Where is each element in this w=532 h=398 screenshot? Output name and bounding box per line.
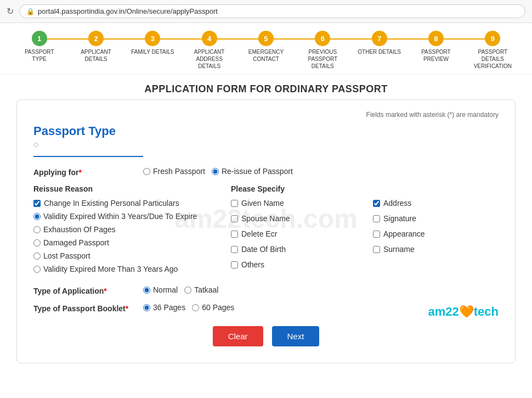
- step-circle-6: 6: [315, 31, 330, 46]
- type-of-application-label: Type of Application*: [33, 285, 143, 295]
- tatkaal-option[interactable]: Tatkaal: [184, 285, 218, 294]
- step-label-9: PASSPORT DETAILS VERIFICATION: [471, 48, 514, 70]
- step-2[interactable]: 2 APPLICANT DETAILS: [67, 31, 124, 63]
- button-row: Clear Next: [33, 326, 499, 346]
- 60-pages-option[interactable]: 60 Pages: [192, 303, 234, 312]
- specify-delete-ecr-checkbox[interactable]: [231, 231, 238, 238]
- 60-pages-radio[interactable]: [192, 304, 199, 311]
- step-4[interactable]: 4 APPLICANT ADDRESS DETAILS: [181, 31, 237, 70]
- step-label-7: OTHER DETAILS: [358, 48, 401, 55]
- type-of-booklet-row: Type of Passport Booklet* 36 Pages 60 Pa…: [33, 303, 499, 313]
- reason-validity-3[interactable]: Validity Expired Within 3 Years/Due To E…: [33, 212, 209, 221]
- specify-others-checkbox[interactable]: [231, 261, 238, 268]
- step-label-5: EMERGENCY CONTACT: [244, 48, 288, 63]
- reason-validity-expired-radio[interactable]: [33, 266, 41, 273]
- type-of-booklet-options: 36 Pages 60 Pages: [143, 303, 234, 312]
- form-title: APPLICATION FORM FOR ORDINARY PASSPORT: [0, 75, 532, 99]
- mandatory-note: Fields marked with asterisk (*) are mand…: [33, 111, 499, 119]
- tatkaal-radio[interactable]: [184, 287, 191, 294]
- applying-for-row: Applying for* Fresh Passport Re-issue of…: [33, 167, 499, 177]
- reason-lost-radio[interactable]: [33, 253, 41, 260]
- applying-for-label: Applying for*: [33, 167, 143, 177]
- reissue-passport-radio[interactable]: [212, 168, 219, 175]
- type-of-application-row: Type of Application* Normal Tatkaal: [33, 285, 499, 295]
- 36-pages-option[interactable]: 36 Pages: [143, 303, 185, 312]
- type-of-booklet-label: Type of Passport Booklet*: [33, 303, 143, 313]
- specify-given-name-checkbox[interactable]: [231, 200, 238, 207]
- step-circle-5: 5: [258, 31, 274, 46]
- specify-surname-checkbox[interactable]: [373, 246, 380, 253]
- clear-button[interactable]: Clear: [213, 326, 263, 346]
- next-button[interactable]: Next: [272, 326, 320, 346]
- refresh-icon[interactable]: ↻: [7, 6, 14, 16]
- reissue-right: Please Specify Given Name Address: [231, 184, 499, 278]
- specify-others[interactable]: Others: [231, 260, 356, 269]
- step-circle-7: 7: [372, 31, 387, 46]
- section-title: Passport Type: [33, 124, 499, 138]
- step-label-2: APPLICANT DETAILS: [74, 48, 118, 63]
- reason-damaged[interactable]: Damaged Passport: [33, 238, 209, 247]
- specify-grid: Given Name Address Spouse Name: [231, 199, 499, 273]
- specify-delete-ecr[interactable]: Delete Ecr: [231, 229, 356, 238]
- address-bar: 🔒 portal4.passportindia.gov.in/Online/se…: [19, 4, 525, 18]
- step-label-8: PASSPORT PREVIEW: [414, 48, 458, 63]
- step-7[interactable]: 7 OTHER DETAILS: [351, 31, 408, 55]
- steps-container: 1 PASSPORT TYPE 2 APPLICANT DETAILS 3 FA…: [11, 31, 521, 70]
- step-9[interactable]: 9 PASSPORT DETAILS VERIFICATION: [465, 31, 521, 70]
- specify-spouse-name-checkbox[interactable]: [231, 215, 238, 222]
- reissue-reason-title: Reissue Reason: [33, 184, 209, 193]
- please-specify-title: Please Specify: [231, 184, 499, 193]
- step-circle-8: 8: [428, 31, 444, 46]
- step-6[interactable]: 6 PREVIOUS PASSPORT DETAILS: [295, 31, 351, 70]
- specify-date-of-birth-checkbox[interactable]: [231, 246, 238, 253]
- specify-signature-checkbox[interactable]: [373, 215, 380, 222]
- reason-change-personal[interactable]: Change In Existing Personal Particulars: [33, 199, 209, 208]
- reason-lost[interactable]: Lost Passport: [33, 251, 209, 260]
- specify-address-checkbox[interactable]: [373, 200, 380, 207]
- type-of-application-options: Normal Tatkaal: [143, 285, 218, 294]
- step-8[interactable]: 8 PASSPORT PREVIEW: [408, 31, 464, 63]
- progress-bar: 1 PASSPORT TYPE 2 APPLICANT DETAILS 3 FA…: [0, 23, 532, 75]
- fresh-passport-label: Fresh Passport: [153, 167, 205, 176]
- step-label-4: APPLICANT ADDRESS DETAILS: [188, 48, 231, 70]
- section-divider: [33, 156, 143, 157]
- reissue-passport-option[interactable]: Re-issue of Passport: [212, 167, 293, 176]
- reissue-section: Reissue Reason Change In Existing Person…: [33, 184, 499, 278]
- fresh-passport-option[interactable]: Fresh Passport: [143, 167, 205, 176]
- lock-icon: 🔒: [26, 8, 35, 15]
- normal-radio[interactable]: [143, 287, 150, 294]
- specify-signature[interactable]: Signature: [373, 214, 499, 223]
- specify-address[interactable]: Address: [373, 199, 499, 208]
- step-circle-1: 1: [32, 31, 47, 46]
- step-circle-9: 9: [485, 31, 500, 46]
- form-card: Fields marked with asterisk (*) are mand…: [16, 99, 516, 363]
- step-circle-2: 2: [88, 31, 104, 46]
- section-icon: ◇: [33, 141, 499, 148]
- page-content: 1 PASSPORT TYPE 2 APPLICANT DETAILS 3 FA…: [0, 23, 532, 398]
- step-circle-3: 3: [145, 31, 160, 46]
- specify-spouse-name[interactable]: Spouse Name: [231, 214, 356, 223]
- step-circle-4: 4: [202, 31, 217, 46]
- step-1[interactable]: 1 PASSPORT TYPE: [11, 31, 67, 63]
- step-5[interactable]: 5 EMERGENCY CONTACT: [237, 31, 294, 63]
- url-text: portal4.passportindia.gov.in/Online/secu…: [38, 7, 218, 15]
- applying-for-options: Fresh Passport Re-issue of Passport: [143, 167, 293, 176]
- normal-option[interactable]: Normal: [143, 285, 178, 294]
- specify-appearance-checkbox[interactable]: [373, 231, 380, 238]
- 36-pages-radio[interactable]: [143, 304, 150, 311]
- reason-exhaustion-radio[interactable]: [33, 226, 41, 233]
- reason-change-personal-checkbox[interactable]: [33, 200, 41, 207]
- reason-validity-3-radio[interactable]: [33, 213, 41, 220]
- step-label-6: PREVIOUS PASSPORT DETAILS: [301, 48, 344, 70]
- reason-validity-expired[interactable]: Validity Expired More Than 3 Years Ago: [33, 265, 209, 273]
- specify-appearance[interactable]: Appearance: [373, 229, 499, 238]
- step-label-3: FAMILY DETAILS: [131, 48, 174, 55]
- fresh-passport-radio[interactable]: [143, 168, 150, 175]
- step-3[interactable]: 3 FAMILY DETAILS: [124, 31, 181, 55]
- specify-given-name[interactable]: Given Name: [231, 199, 356, 208]
- reissue-passport-label: Re-issue of Passport: [222, 167, 293, 176]
- specify-surname[interactable]: Surname: [373, 245, 499, 254]
- specify-date-of-birth[interactable]: Date Of Birth: [231, 245, 356, 254]
- reason-exhaustion[interactable]: Exhaustion Of Pages: [33, 225, 209, 234]
- reason-damaged-radio[interactable]: [33, 239, 41, 246]
